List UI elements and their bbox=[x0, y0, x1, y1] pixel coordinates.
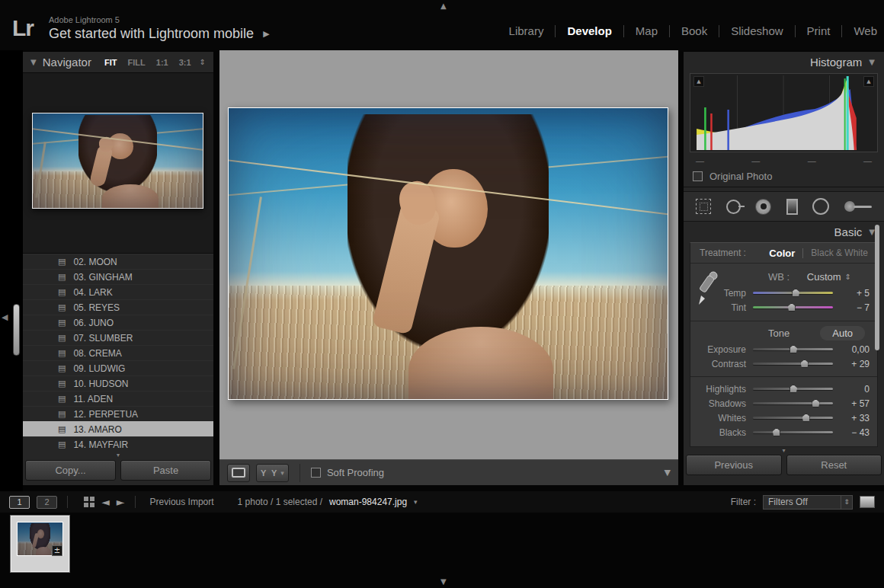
temp-slider-thumb[interactable] bbox=[792, 289, 800, 297]
wb-preset-select[interactable]: Custom ⇕ bbox=[807, 271, 851, 283]
preset-item[interactable]: ▤02. MOON bbox=[23, 254, 213, 269]
preset-item[interactable]: ▤03. GINGHAM bbox=[23, 269, 213, 284]
filter-lock-icon[interactable] bbox=[860, 496, 875, 508]
original-photo-checkbox[interactable] bbox=[693, 171, 703, 181]
shadows-slider[interactable] bbox=[753, 398, 833, 408]
toolbar-options-icon[interactable]: ▼ bbox=[665, 468, 671, 478]
next-photo-icon[interactable]: ► bbox=[117, 496, 125, 508]
graduated-filter-tool[interactable] bbox=[786, 199, 798, 215]
tint-slider-row: Tint − 7 bbox=[697, 300, 871, 315]
shadows-slider-row: Shadows + 57 bbox=[697, 396, 871, 411]
lightroom-logo: Lr bbox=[12, 15, 34, 41]
hide-top-panel-arrow-icon[interactable]: ▲ bbox=[440, 2, 447, 10]
exposure-slider[interactable] bbox=[753, 344, 833, 354]
tint-slider[interactable] bbox=[753, 302, 833, 312]
play-icon[interactable]: ▶ bbox=[263, 29, 269, 39]
filmstrip-source[interactable]: Previous Import bbox=[150, 497, 214, 507]
zoom-mode-1-1[interactable]: 1:1 bbox=[154, 58, 171, 67]
right-panel-scrollbar[interactable] bbox=[875, 225, 879, 350]
reset-button[interactable]: Reset bbox=[786, 455, 882, 475]
zoom-mode-3-1[interactable]: 3:1 bbox=[177, 58, 194, 67]
preset-item[interactable]: ▤08. CREMA bbox=[23, 345, 213, 360]
right-panel: Histogram ▼ ▲ ▲ — — bbox=[684, 52, 884, 485]
shadows-value: + 57 bbox=[839, 398, 871, 409]
hide-filmstrip-arrow-icon[interactable]: ▼ bbox=[440, 577, 447, 586]
preset-item-amaro[interactable]: ▤13. AMARO bbox=[23, 421, 213, 436]
preset-icon: ▤ bbox=[58, 439, 66, 449]
histogram-header[interactable]: Histogram ▼ bbox=[684, 52, 884, 72]
left-panel-scrollbar[interactable] bbox=[13, 304, 20, 356]
paste-button[interactable]: Paste bbox=[120, 460, 211, 481]
navigator-collapse-icon[interactable]: ▼ bbox=[30, 58, 37, 66]
collapse-left-panel-icon[interactable]: ◀ bbox=[2, 312, 8, 322]
temp-slider[interactable] bbox=[753, 288, 833, 298]
second-window-button[interactable]: 2 bbox=[37, 496, 57, 509]
preset-icon: ▤ bbox=[58, 272, 66, 282]
preset-item[interactable]: ▤09. LUDWIG bbox=[23, 360, 213, 375]
previous-button[interactable]: Previous bbox=[686, 455, 782, 475]
panel-end-mark-icon[interactable]: ▾ bbox=[23, 452, 213, 459]
highlights-slider[interactable] bbox=[753, 384, 833, 394]
preset-item[interactable]: ▤06. JUNO bbox=[23, 315, 213, 330]
contrast-slider-thumb[interactable] bbox=[800, 360, 809, 368]
preset-item[interactable]: ▤05. REYES bbox=[23, 299, 213, 315]
loupe-view-button[interactable] bbox=[227, 464, 250, 482]
shadows-slider-thumb[interactable] bbox=[812, 399, 820, 407]
whites-slider[interactable] bbox=[753, 413, 833, 423]
module-map[interactable]: Map bbox=[624, 23, 669, 39]
preset-item[interactable]: ▤10. HUDSON bbox=[23, 375, 213, 391]
auto-tone-button[interactable]: Auto bbox=[820, 326, 865, 340]
basic-header[interactable]: Basic ▼ bbox=[684, 222, 884, 242]
preset-item[interactable]: ▤12. PERPETUA bbox=[23, 406, 213, 421]
module-library[interactable]: Library bbox=[498, 23, 556, 39]
preset-item[interactable]: ▤14. MAYFAIR bbox=[23, 436, 213, 452]
filmstrip-filename[interactable]: woman-984247.jpg bbox=[329, 497, 407, 507]
contrast-slider[interactable] bbox=[753, 359, 833, 369]
filter-label: Filter : bbox=[731, 497, 756, 507]
adjustments-badge-icon[interactable]: ± bbox=[52, 545, 62, 556]
navigator-preview-image[interactable] bbox=[32, 113, 203, 209]
whites-slider-thumb[interactable] bbox=[802, 414, 810, 422]
treatment-color-option[interactable]: Color bbox=[769, 248, 795, 259]
radial-filter-tool[interactable] bbox=[812, 198, 829, 215]
filmstrip-filename-dropdown-icon[interactable]: ▾ bbox=[414, 498, 418, 506]
blacks-slider-thumb[interactable] bbox=[772, 428, 780, 436]
filmstrip-thumbnail-selected[interactable]: ± bbox=[11, 516, 69, 572]
highlight-clipping-indicator[interactable]: ▲ bbox=[863, 76, 874, 87]
module-print[interactable]: Print bbox=[796, 23, 842, 39]
photo-canvas[interactable] bbox=[228, 107, 668, 400]
before-after-button[interactable]: Y Y ▾ bbox=[256, 464, 289, 482]
red-eye-tool[interactable] bbox=[755, 199, 771, 215]
tint-slider-thumb[interactable] bbox=[787, 303, 796, 312]
white-balance-eyedropper[interactable] bbox=[697, 270, 719, 308]
soft-proofing-checkbox[interactable] bbox=[311, 468, 321, 478]
zoom-mode-fill[interactable]: FILL bbox=[126, 58, 148, 67]
develop-toolbar: Y Y ▾ Soft Proofing ▼ bbox=[219, 459, 678, 485]
preset-item[interactable]: ▤07. SLUMBER bbox=[23, 330, 213, 345]
main-window-button[interactable]: 1 bbox=[9, 496, 30, 509]
adjustment-brush-tool[interactable] bbox=[844, 201, 872, 212]
spot-removal-tool[interactable] bbox=[726, 200, 741, 214]
module-develop[interactable]: Develop bbox=[556, 23, 623, 39]
zoom-mode-fit[interactable]: FIT bbox=[102, 58, 120, 67]
filter-select[interactable]: Filters Off ⇕ bbox=[763, 495, 853, 510]
zoom-ratio-spinner-icon[interactable]: ⇕ bbox=[200, 58, 206, 66]
blacks-slider[interactable] bbox=[753, 427, 833, 437]
previous-photo-icon[interactable]: ◄ bbox=[101, 496, 110, 508]
module-web[interactable]: Web bbox=[842, 23, 884, 39]
grid-view-icon[interactable] bbox=[84, 497, 94, 507]
panel-end-mark-icon[interactable]: ▾ bbox=[684, 447, 884, 454]
exposure-slider-thumb[interactable] bbox=[790, 345, 798, 353]
shadow-clipping-indicator[interactable]: ▲ bbox=[693, 76, 704, 87]
highlights-slider-thumb[interactable] bbox=[790, 385, 798, 393]
histogram-display[interactable]: ▲ ▲ bbox=[690, 73, 878, 152]
preset-item[interactable]: ▤04. LARK bbox=[23, 284, 213, 299]
module-book[interactable]: Book bbox=[670, 23, 719, 39]
crop-overlay-tool[interactable] bbox=[696, 199, 711, 214]
preset-icon: ▤ bbox=[58, 394, 66, 404]
treatment-bw-option[interactable]: Black & White bbox=[811, 248, 868, 258]
copy-button[interactable]: Copy... bbox=[25, 460, 116, 481]
preset-item[interactable]: ▤11. ADEN bbox=[23, 391, 213, 406]
lightroom-mobile-link[interactable]: Get started with Lightroom mobile bbox=[49, 26, 254, 42]
module-slideshow[interactable]: Slideshow bbox=[719, 23, 794, 39]
